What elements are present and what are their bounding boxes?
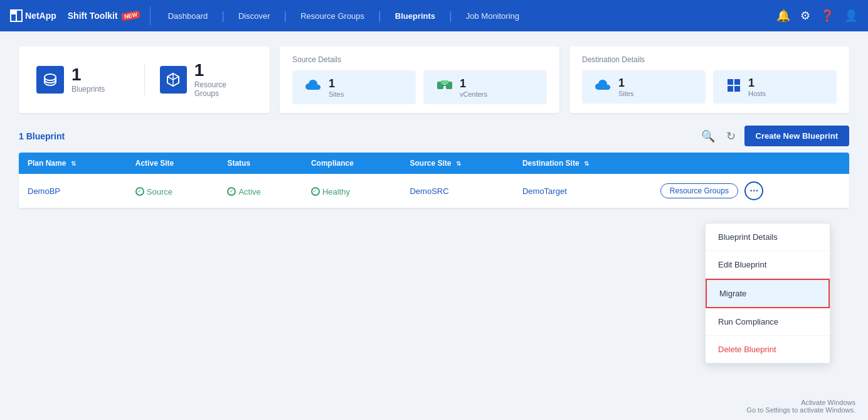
summary-row: 1 Blueprints 1 Resource Groups (19, 46, 849, 113)
table-body: DemoBP Source Active (19, 174, 849, 208)
resource-groups-count: 1 (194, 62, 252, 79)
svg-rect-7 (728, 79, 733, 85)
refresh-button[interactable]: ↻ (724, 127, 738, 146)
blueprints-info: 1 Blueprints (71, 66, 105, 94)
cell-source-site: DemoSRC (401, 174, 513, 208)
svg-point-3 (45, 74, 56, 80)
resource-groups-label: Resource Groups (194, 80, 252, 98)
left-summary-card: 1 Blueprints 1 Resource Groups (19, 46, 270, 113)
table-header: Plan Name ⇅ Active Site Status Complianc… (19, 153, 849, 174)
main-content: 1 Blueprints 1 Resource Groups (0, 31, 868, 223)
more-options-button[interactable]: ⋯ (744, 181, 763, 200)
compliance-badge: Healthy (311, 187, 350, 197)
destination-sites-info: 1 Sites (618, 77, 633, 97)
active-site-dot (135, 187, 144, 196)
nav-sep-3: | (378, 9, 381, 23)
dropdown-migrate[interactable]: Migrate (706, 279, 830, 308)
bell-icon[interactable]: 🔔 (776, 9, 790, 23)
sort-source-site[interactable]: ⇅ (456, 160, 461, 167)
resource-groups-summary: 1 Resource Groups (160, 62, 253, 98)
nav-job-monitoring[interactable]: Job Monitoring (458, 11, 527, 21)
dropdown-blueprint-details[interactable]: Blueprint Details (706, 223, 830, 251)
compliance-dot (311, 187, 320, 196)
cell-row-actions: Resource Groups ⋯ (652, 174, 849, 208)
navbar-right: 🔔 ⚙ ❓ 👤 (776, 9, 858, 23)
source-site-link[interactable]: DemoSRC (410, 186, 448, 196)
blueprints-table: Plan Name ⇅ Active Site Status Complianc… (19, 153, 849, 208)
nav-discover[interactable]: Discover (231, 11, 278, 21)
nav-blueprints[interactable]: Blueprints (388, 11, 443, 21)
source-sites-info: 1 Sites (329, 77, 344, 98)
summary-divider (144, 64, 145, 95)
help-icon[interactable]: ❓ (820, 9, 834, 23)
nav-dashboard[interactable]: Dashboard (161, 11, 216, 21)
blueprint-header: 1 Blueprint 🔍 ↻ Create New Blueprint (19, 126, 849, 146)
brand-logo: NetApp (10, 9, 56, 22)
activate-line1: Activate Windows (746, 399, 855, 406)
resource-groups-button[interactable]: Resource Groups (660, 183, 738, 198)
cell-plan-name: DemoBP (19, 174, 127, 208)
table-row: DemoBP Source Active (19, 174, 849, 208)
navbar: NetApp Shift Toolkit NEW Dashboard | Dis… (0, 0, 868, 31)
sort-plan-name[interactable]: ⇅ (71, 160, 76, 167)
blueprints-count: 1 (71, 66, 105, 83)
col-active-site: Active Site (127, 153, 219, 174)
status-dot (227, 187, 236, 196)
destination-hosts-count: 1 (748, 77, 766, 90)
destination-site-link[interactable]: DemoTarget (522, 186, 567, 196)
svg-rect-6 (441, 80, 448, 84)
netapp-logo: NetApp (10, 9, 56, 22)
dropdown-run-compliance[interactable]: Run Compliance (706, 308, 830, 336)
destination-hosts-item: 1 Hosts (713, 70, 837, 104)
destination-sites-count: 1 (618, 77, 633, 90)
gear-icon[interactable]: ⚙ (800, 9, 810, 23)
destination-sites-icon (595, 78, 612, 96)
blueprint-actions: 🔍 ↻ Create New Blueprint (699, 126, 849, 146)
destination-hosts-info: 1 Hosts (748, 77, 766, 97)
dropdown-delete-blueprint[interactable]: Delete Blueprint (706, 336, 830, 363)
blueprint-count: 1 Blueprint (19, 131, 65, 141)
destination-hosts-icon (726, 77, 742, 97)
nav-sep-1: | (221, 9, 225, 23)
user-icon[interactable]: 👤 (844, 9, 858, 23)
blueprints-icon (36, 66, 64, 94)
col-status: Status (218, 153, 302, 174)
blueprints-table-container: Plan Name ⇅ Active Site Status Complianc… (19, 153, 849, 208)
new-badge: NEW (121, 11, 140, 21)
blueprints-label: Blueprints (71, 85, 105, 94)
nav-sep-4: | (449, 9, 452, 23)
actions-cell: Resource Groups ⋯ (660, 181, 840, 200)
source-sites-icon (305, 78, 322, 96)
plan-name-link[interactable]: DemoBP (28, 186, 60, 196)
source-sites-item: 1 Sites (292, 70, 416, 104)
cell-destination-site: DemoTarget (514, 174, 652, 208)
destination-sites-item: 1 Sites (582, 70, 706, 104)
blueprint-section: 1 Blueprint 🔍 ↻ Create New Blueprint Pla… (19, 126, 849, 208)
source-sites-count: 1 (329, 77, 344, 90)
svg-rect-1 (11, 14, 16, 21)
sort-destination-site[interactable]: ⇅ (584, 160, 589, 167)
svg-rect-2 (17, 11, 21, 21)
active-site-badge: Source (135, 187, 172, 197)
cell-status: Active (218, 174, 302, 208)
destination-details-title: Destination Details (582, 55, 837, 64)
source-vcenters-icon (436, 77, 453, 98)
nav-sep-2: | (284, 9, 287, 23)
source-vcenters-info: 1 vCenters (460, 77, 487, 98)
netapp-text: NetApp (25, 11, 56, 21)
nav-divider-1 (150, 6, 151, 25)
svg-rect-9 (728, 86, 733, 92)
blueprints-summary: 1 Blueprints (36, 66, 129, 94)
search-button[interactable]: 🔍 (699, 127, 717, 146)
dropdown-edit-blueprint[interactable]: Edit Blueprint (706, 251, 830, 279)
create-blueprint-button[interactable]: Create New Blueprint (744, 126, 849, 146)
destination-details-items: 1 Sites 1 Hosts (582, 70, 837, 104)
source-vcenters-label: vCenters (460, 90, 487, 98)
col-plan-name: Plan Name ⇅ (19, 153, 127, 174)
shift-toolkit-text: Shift Toolkit NEW (68, 11, 140, 21)
activate-line2: Go to Settings to activate Windows. (746, 406, 855, 414)
destination-sites-label: Sites (618, 90, 633, 97)
col-source-site: Source Site ⇅ (401, 153, 513, 174)
cell-compliance: Healthy (302, 174, 401, 208)
nav-resource-groups[interactable]: Resource Groups (293, 11, 372, 21)
